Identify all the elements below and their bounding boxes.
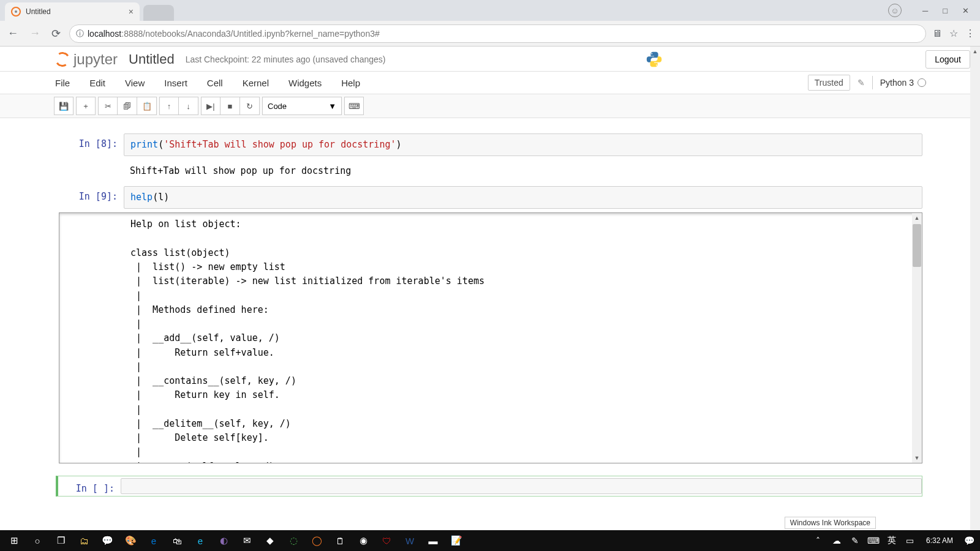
copy-button[interactable]: 🗐	[118, 97, 137, 115]
minimize-icon[interactable]: ─	[922, 6, 928, 15]
action-center-icon[interactable]: ▭	[902, 531, 919, 550]
kernel-indicator[interactable]: Python 3	[880, 78, 926, 88]
menu-edit[interactable]: Edit	[88, 75, 107, 91]
scroll-up-icon[interactable]: ▲	[970, 47, 980, 56]
browser-tab-strip: Untitled × ☺ ─ □ ✕	[0, 0, 980, 21]
tray-expand-icon[interactable]: ˄	[810, 531, 827, 550]
cell-type-select[interactable]: Code ▼	[262, 97, 342, 115]
output-prompt	[59, 213, 124, 463]
jupyter-logo[interactable]: jupyter	[54, 51, 118, 68]
kernel-status-icon	[918, 78, 926, 87]
ink-workspace-icon[interactable]: ✎	[846, 531, 864, 550]
menu-cell[interactable]: Cell	[206, 75, 224, 91]
menu-file[interactable]: File	[54, 75, 71, 91]
edit-icon[interactable]: ✎	[858, 78, 865, 88]
mcafee-icon[interactable]: 🛡	[375, 531, 398, 550]
menu-kernel[interactable]: Kernel	[241, 75, 270, 91]
cortana-icon[interactable]: ○	[26, 531, 49, 550]
line-app-icon[interactable]: 💬	[96, 531, 119, 550]
output-prompt	[59, 160, 124, 182]
menu-view[interactable]: View	[124, 75, 146, 91]
divider	[872, 76, 873, 89]
mail-icon[interactable]: ✉	[235, 531, 258, 550]
spinner-icon[interactable]: ◌	[282, 531, 305, 550]
file-explorer-icon[interactable]: 🗂	[72, 531, 96, 550]
toolbar: 💾 + ✂ 🗐 📋 ↑ ↓ ▶| ■ ↻ Code ▼ ⌨	[0, 94, 980, 118]
touch-keyboard-icon[interactable]: ⌨	[865, 531, 882, 550]
insert-cell-button[interactable]: +	[76, 97, 96, 115]
cell-output: Shift+Tab will show pop up for docstring	[124, 160, 922, 182]
ie-icon[interactable]: e	[189, 531, 212, 550]
tab-title: Untitled	[26, 7, 51, 16]
input-prompt: In [8]:	[59, 133, 124, 156]
maximize-icon[interactable]: □	[943, 6, 948, 15]
cell-output: Help on list object: class list(object) …	[124, 213, 922, 463]
user-profile-icon[interactable]: ☺	[888, 4, 902, 17]
sticky-notes-icon[interactable]: 🗒	[328, 531, 352, 550]
menu-help[interactable]: Help	[340, 75, 361, 91]
terminal-icon[interactable]: ▬	[421, 531, 445, 550]
bookmark-star-icon[interactable]: ☆	[949, 28, 958, 39]
close-window-icon[interactable]: ✕	[962, 6, 969, 15]
code-input[interactable]: print('Shift+Tab will show pop up for do…	[124, 133, 922, 156]
site-info-icon[interactable]: ⓘ	[76, 28, 84, 39]
new-tab-hint[interactable]	[143, 5, 174, 21]
restart-button[interactable]: ↻	[240, 97, 260, 115]
start-button[interactable]: ⊞	[2, 531, 26, 550]
notifications-icon[interactable]: 💬	[960, 531, 978, 550]
clock[interactable]: 6:32 AM	[920, 536, 959, 545]
move-up-button[interactable]: ↑	[159, 97, 179, 115]
run-button[interactable]: ▶|	[201, 97, 221, 115]
onedrive-icon[interactable]: ☁	[828, 531, 845, 550]
word-icon[interactable]: W	[398, 531, 421, 550]
windows-taskbar: ⊞ ○ ❐ 🗂 💬 🎨 e 🛍 e ◐ ✉ ◆ ◌ ◯ 🗒 ◉ 🛡 W ▬ 📝 …	[0, 530, 980, 551]
back-icon[interactable]: ←	[5, 27, 21, 40]
reload-icon[interactable]: ⟳	[49, 27, 63, 40]
trusted-indicator[interactable]: Trusted	[808, 75, 850, 91]
url-path: /notebooks/Anaconda3/Untitled.ipynb?kern…	[143, 29, 379, 39]
notebook-container: In [8]: print('Shift+Tab will show pop u…	[0, 133, 970, 530]
ink-workspace-tooltip: Windows Ink Workspace	[785, 517, 876, 529]
code-cell-selected[interactable]: In [ ]:	[56, 476, 922, 497]
ime-indicator[interactable]: 英	[883, 531, 900, 550]
jupyter-taskbar-icon[interactable]: ◯	[305, 531, 328, 550]
scroll-up-icon[interactable]: ▲	[912, 213, 922, 223]
page-scrollbar[interactable]: ▲	[970, 47, 980, 530]
output-cell: Help on list object: class list(object) …	[59, 212, 922, 463]
browser-tab[interactable]: Untitled ×	[5, 2, 140, 21]
menu-insert[interactable]: Insert	[163, 75, 189, 91]
code-cell[interactable]: In [8]: print('Shift+Tab will show pop u…	[59, 133, 922, 156]
output-cell: Shift+Tab will show pop up for docstring	[59, 160, 922, 182]
url-input[interactable]: ⓘ localhost:8888/notebooks/Anaconda3/Unt…	[69, 24, 926, 43]
cut-button[interactable]: ✂	[98, 97, 118, 115]
output-scrollbar[interactable]: ▲ ▼	[912, 213, 922, 463]
code-cell[interactable]: In [9]: help(l)	[59, 186, 922, 209]
scroll-down-icon[interactable]: ▼	[912, 453, 922, 463]
menu-widgets[interactable]: Widgets	[287, 75, 323, 91]
save-button[interactable]: 💾	[54, 97, 74, 115]
edge-icon[interactable]: e	[142, 531, 165, 550]
menubar: File Edit View Insert Cell Kernel Widget…	[0, 71, 980, 94]
interrupt-button[interactable]: ■	[221, 97, 240, 115]
task-view-icon[interactable]: ❐	[49, 531, 72, 550]
translate-icon[interactable]: 🖥	[932, 28, 942, 39]
scroll-thumb[interactable]	[913, 224, 921, 267]
move-down-button[interactable]: ↓	[179, 97, 198, 115]
notepad-icon[interactable]: 📝	[445, 531, 468, 550]
close-tab-icon[interactable]: ×	[129, 7, 134, 17]
paste-button[interactable]: 📋	[137, 97, 157, 115]
code-input[interactable]	[121, 478, 922, 494]
eclipse-icon[interactable]: ◐	[212, 531, 235, 550]
code-input[interactable]: help(l)	[124, 186, 922, 209]
chrome-menu-icon[interactable]: ⋮	[965, 28, 975, 39]
chrome-icon[interactable]: ◉	[352, 531, 375, 550]
command-palette-button[interactable]: ⌨	[344, 97, 364, 115]
notebook-title[interactable]: Untitled	[129, 51, 175, 67]
paint-icon[interactable]: 🎨	[119, 531, 142, 550]
store-icon[interactable]: 🛍	[165, 531, 189, 550]
app-icon[interactable]: ◆	[258, 531, 282, 550]
cell-type-value: Code	[268, 102, 287, 111]
logout-button[interactable]: Logout	[925, 50, 970, 69]
forward-icon: →	[27, 27, 43, 40]
input-prompt: In [9]:	[59, 186, 124, 209]
